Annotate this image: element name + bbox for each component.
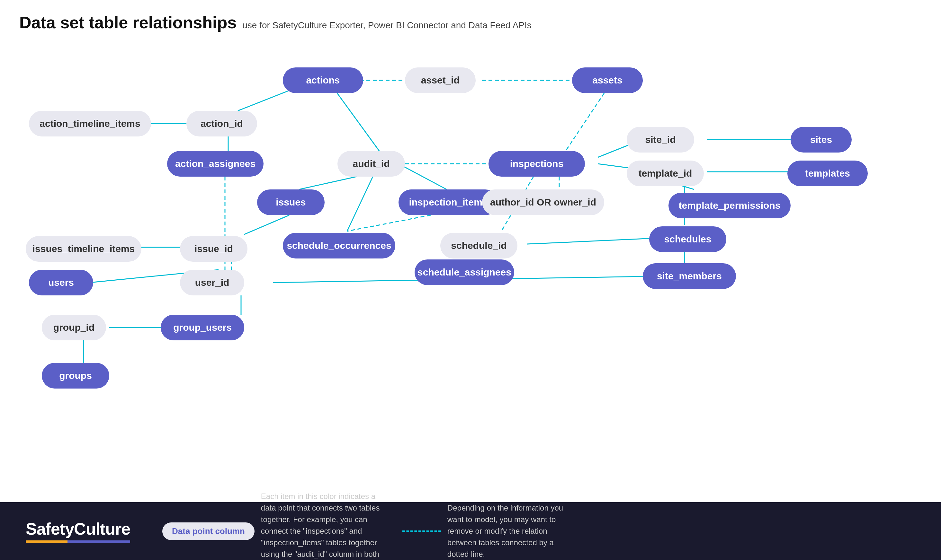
node-action-assignees: action_assignees — [167, 151, 264, 177]
node-templates: templates — [787, 160, 868, 186]
node-schedule-assignees: schedule_assignees — [415, 260, 514, 285]
node-actions: actions — [283, 68, 363, 93]
svg-line-28 — [347, 215, 430, 231]
legend-dashed-item: Depending on the information you want to… — [403, 502, 576, 560]
node-site-id: site_id — [627, 127, 694, 152]
node-audit-id: audit_id — [338, 151, 405, 177]
node-groups: groups — [42, 363, 109, 389]
node-action-id: action_id — [187, 111, 257, 137]
node-assets: assets — [572, 68, 643, 93]
legend-dashed-line — [403, 531, 441, 532]
node-author-owner-id: author_id OR owner_id — [482, 189, 604, 215]
node-schedule-id: schedule_id — [440, 233, 517, 258]
svg-line-4 — [398, 164, 447, 189]
node-group-users: group_users — [161, 315, 244, 340]
legend-solid-item: Data point column Each item in this colo… — [162, 491, 390, 560]
node-site-members: site_members — [643, 263, 736, 289]
node-sites: sites — [791, 127, 852, 152]
node-schedule-occurrences: schedule_occurrences — [283, 233, 395, 258]
svg-line-25 — [566, 93, 604, 151]
svg-line-13 — [244, 215, 289, 234]
page-title-container: Data set table relationships use for Saf… — [19, 13, 922, 32]
node-group-id: group_id — [42, 315, 106, 340]
node-asset-id: asset_id — [405, 68, 476, 93]
main-container: Data set table relationships use for Saf… — [0, 0, 941, 560]
node-action-timeline-items: action_timeline_items — [29, 111, 151, 137]
legend-solid-text: Each item in this color indicates a data… — [261, 491, 390, 560]
node-template-permissions: template_permissions — [668, 193, 791, 218]
node-issue-id: issue_id — [180, 236, 247, 262]
footer-logo-text: SafetyCulture — [26, 519, 130, 538]
svg-line-6 — [299, 177, 357, 189]
svg-line-16 — [527, 238, 668, 244]
node-user-id: user_id — [180, 270, 244, 295]
node-schedules: schedules — [649, 226, 726, 252]
node-template-id: template_id — [627, 160, 704, 186]
legend-node-label: Data point column — [162, 522, 255, 540]
node-issues: issues — [257, 189, 325, 215]
page-title: Data set table relationships — [19, 13, 236, 32]
page-subtitle: use for SafetyCulture Exporter, Power BI… — [242, 20, 532, 31]
node-users: users — [29, 270, 93, 295]
node-inspections: inspections — [489, 151, 585, 177]
footer-legend: Data point column Each item in this colo… — [162, 491, 915, 560]
footer: SafetyCulture Data point column Each ite… — [0, 502, 941, 560]
footer-logo: SafetyCulture — [26, 519, 130, 543]
diagram-area: actions asset_id assets action_timeline_… — [19, 51, 922, 475]
svg-line-5 — [347, 177, 373, 231]
footer-logo-bar — [26, 540, 130, 543]
node-issues-timeline-items: issues_timeline_items — [26, 236, 141, 262]
legend-dashed-text: Depending on the information you want to… — [447, 502, 576, 560]
